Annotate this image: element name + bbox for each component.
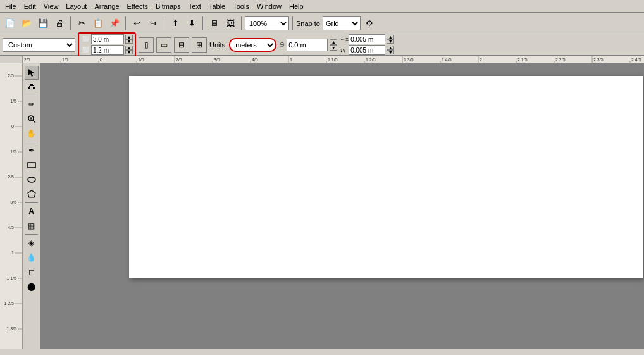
- zoom-select[interactable]: 25% 50% 75% 100% 150% 200%: [245, 16, 289, 30]
- svg-text:1: 1: [11, 251, 14, 255]
- menu-layout[interactable]: Layout: [62, 1, 90, 11]
- snap-settings-button[interactable]: ⚙: [362, 16, 377, 31]
- page-size-select[interactable]: Custom A4 A3 Letter Legal: [3, 38, 75, 52]
- export-button[interactable]: ⬇: [184, 16, 199, 31]
- eraser-tool-button[interactable]: ◻: [25, 265, 39, 279]
- tool-sep-1: [25, 96, 38, 96]
- nudge-y-up[interactable]: ▲: [387, 46, 394, 50]
- ruler-top-row: 2/5 1/5 0 1/5 2/5 3/5 4/5 1 1 1/5 1 2/5 …: [0, 56, 644, 63]
- table-tool-button[interactable]: ▦: [25, 219, 39, 233]
- height-down-button[interactable]: ▼: [125, 50, 133, 54]
- nudge-y-icon: ↕y: [340, 47, 347, 53]
- x-up-button[interactable]: ▲: [330, 39, 337, 45]
- freehand-tool-button[interactable]: ✏: [25, 97, 39, 111]
- fill-tool-button[interactable]: ◈: [25, 236, 39, 250]
- menu-file[interactable]: File: [1, 1, 20, 11]
- width-icon: ⬜: [81, 36, 90, 42]
- canvas-area[interactable]: [40, 63, 644, 349]
- svg-text:0: 0: [11, 124, 14, 128]
- width-spinner: ▲ ▼: [125, 35, 133, 44]
- sep5: [241, 16, 242, 30]
- cut-button[interactable]: ✂: [74, 16, 89, 31]
- x-down-button[interactable]: ▼: [330, 45, 337, 51]
- copy-button[interactable]: 📋: [90, 16, 106, 31]
- text-tool-button[interactable]: A: [25, 204, 39, 218]
- vertical-ruler: 2/5 1/5 0 1/5 2/5 3/5 4/5 1 1 1/5 1 2/5 …: [0, 63, 23, 349]
- orient4-button[interactable]: ⊞: [192, 37, 207, 53]
- height-input[interactable]: [91, 45, 124, 55]
- svg-text:1/5: 1/5: [138, 58, 144, 62]
- svg-text:2 1/5: 2 1/5: [517, 58, 528, 62]
- menu-text[interactable]: Text: [185, 1, 205, 11]
- menu-view[interactable]: View: [40, 1, 63, 11]
- main-toolbar: 📄 📂 💾 🖨 ✂ 📋 📌 ↩ ↪ ⬆ ⬇ 🖥 🖼 25% 50% 75% 10…: [0, 13, 644, 34]
- undo-button[interactable]: ↩: [129, 16, 144, 31]
- nudge-y-row: ↕y ▲ ▼: [340, 45, 394, 55]
- sep3: [164, 16, 164, 30]
- svg-text:4/5: 4/5: [252, 58, 258, 62]
- menu-window[interactable]: Window: [253, 1, 285, 11]
- ruler-h-svg: 2/5 1/5 0 1/5 2/5 3/5 4/5 1 1 1/5 1 2/5 …: [23, 56, 644, 63]
- rect-tool-button[interactable]: [25, 158, 39, 172]
- portrait-button[interactable]: ▯: [139, 37, 154, 53]
- svg-text:2 2/5: 2 2/5: [555, 58, 566, 62]
- x-coord-input[interactable]: [287, 39, 328, 51]
- import-button[interactable]: ⬆: [168, 16, 183, 31]
- width-input[interactable]: [91, 34, 124, 44]
- nudge-y-down[interactable]: ▼: [387, 50, 394, 54]
- view2-button[interactable]: 🖼: [223, 16, 238, 31]
- ellipse-tool-button[interactable]: [25, 173, 39, 187]
- svg-text:2/5: 2/5: [24, 58, 30, 62]
- save-button[interactable]: 💾: [35, 16, 51, 31]
- zoom-tool-button[interactable]: [25, 112, 39, 126]
- svg-marker-58: [28, 69, 34, 77]
- snap-select[interactable]: Grid Page Objects: [323, 16, 361, 30]
- units-select[interactable]: meters inches cm mm feet points picas: [229, 38, 276, 52]
- nudge-y-input[interactable]: [349, 45, 385, 55]
- svg-rect-68: [28, 163, 35, 168]
- height-up-button[interactable]: ▲: [125, 46, 133, 50]
- nudge-x-icon: ↔x: [340, 36, 347, 42]
- nudge-container: ↔x ▲ ▼ ↕y ▲ ▼: [340, 34, 394, 55]
- units-container: Units: meters inches cm mm feet points p…: [209, 38, 276, 52]
- open-button[interactable]: 📂: [19, 16, 34, 31]
- orient3-button[interactable]: ⊟: [174, 37, 189, 53]
- paste-button[interactable]: 📌: [107, 16, 122, 31]
- x-coord-container: ⊕ ▲ ▼: [279, 39, 337, 51]
- property-toolbar: Custom A4 A3 Letter Legal ⬜ ▲ ▼ ⬜ ▲ ▼ ▯ …: [0, 34, 644, 56]
- nudge-x-spinner: ▲ ▼: [387, 35, 394, 44]
- height-spinner: ▲ ▼: [125, 46, 133, 54]
- view1-button[interactable]: 🖥: [206, 16, 221, 31]
- node-tool-button[interactable]: [25, 80, 39, 94]
- nudge-x-input[interactable]: [349, 34, 385, 44]
- polygon-tool-button[interactable]: [25, 187, 39, 201]
- pan-tool-button[interactable]: ✋: [25, 127, 39, 140]
- width-up-button[interactable]: ▲: [125, 35, 133, 39]
- menu-arrange[interactable]: Arrange: [90, 1, 123, 11]
- menu-table[interactable]: Table: [205, 1, 229, 11]
- menu-bitmaps[interactable]: Bitmaps: [152, 1, 185, 11]
- connector-tool-button[interactable]: ⬤: [25, 280, 39, 294]
- redo-button[interactable]: ↪: [146, 16, 161, 31]
- menu-tools[interactable]: Tools: [229, 1, 253, 11]
- svg-line-65: [33, 120, 35, 123]
- new-button[interactable]: 📄: [3, 16, 18, 31]
- height-icon: ⬜: [81, 47, 90, 53]
- svg-text:1 2/5: 1 2/5: [4, 301, 14, 306]
- svg-text:2 3/5: 2 3/5: [593, 58, 604, 62]
- menu-help[interactable]: Help: [285, 1, 307, 11]
- landscape-button[interactable]: ▭: [156, 37, 171, 53]
- menu-edit[interactable]: Edit: [20, 1, 40, 11]
- sep6: [292, 16, 293, 30]
- nudge-x-down[interactable]: ▼: [387, 39, 394, 44]
- nudge-x-up[interactable]: ▲: [387, 35, 394, 39]
- svg-text:1/5: 1/5: [10, 99, 16, 103]
- menu-effects[interactable]: Effects: [123, 1, 152, 11]
- dropper-tool-button[interactable]: 💧: [25, 251, 39, 265]
- snap-container: Snap to Grid Page Objects: [296, 16, 361, 30]
- print-button[interactable]: 🖨: [52, 16, 67, 31]
- select-tool-button[interactable]: [25, 66, 39, 80]
- width-down-button[interactable]: ▼: [125, 39, 133, 44]
- svg-text:4/5: 4/5: [8, 225, 14, 230]
- pencil-tool-button[interactable]: ✒: [25, 144, 39, 158]
